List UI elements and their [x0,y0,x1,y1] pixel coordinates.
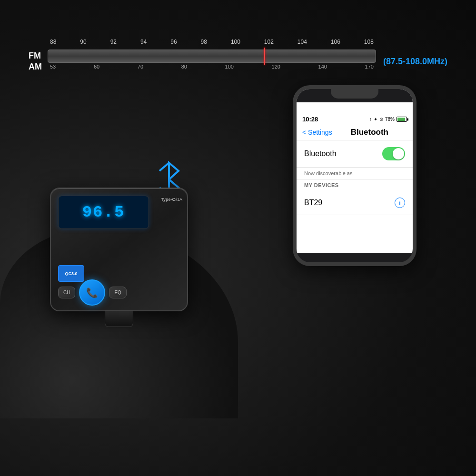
svg-line-2 [159,163,169,171]
device-display: 96.5 [58,196,149,229]
ch-button[interactable]: CH [58,287,75,298]
bluetooth-setting-row: Bluetooth [297,140,413,168]
left-side: 96.5 Type-C ♫/1A QC3.0 CH 📞 [0,80,238,418]
bluetooth-label: Bluetooth [304,149,337,158]
wifi-icon: ⊙ [379,117,383,122]
bluetooth-toggle[interactable] [382,147,405,160]
discoverable-text: Now discoverable as [297,168,413,179]
fm-ticks: 88 90 92 94 96 98 100 102 104 106 108 [48,39,376,45]
back-button[interactable]: < Settings [302,129,332,136]
radio-section: FM AM 88 90 92 94 96 98 100 102 104 106 … [29,47,447,76]
nav-bar: < Settings Bluetooth [297,125,413,140]
eq-button[interactable]: EQ [109,287,126,298]
display-frequency: 96.5 [82,203,125,221]
phone-icon: 📞 [86,287,98,298]
location-icon: ↑ [369,117,372,122]
radio-needle [264,48,265,65]
battery-fill [397,118,405,121]
fm-am-label: FM AM [29,50,42,73]
amp-label: ♫/1A [173,197,182,202]
smartphone: 10:28 ↑ ✦ ⊙ 78% [293,85,416,266]
nav-title: Bluetooth [332,128,407,137]
bt-device-row: BT29 i [297,191,413,215]
am-labels: 53 60 70 80 100 120 140 170 [48,64,376,69]
status-bar: 10:28 ↑ ✦ ⊙ 78% [297,102,413,125]
device-buttons: CH 📞 EQ [58,279,180,306]
battery-icon [397,117,407,122]
radio-bar-container: 88 90 92 94 96 98 100 102 104 106 108 53… [48,47,376,76]
battery-pct: 78% [385,117,395,122]
bluetooth-status-icon: ✦ [374,117,377,122]
qc-label: QC3.0 [65,271,77,276]
device-plug [105,310,133,327]
my-devices-header: MY DEVICES [297,179,413,191]
status-time: 10:28 [302,116,318,123]
radio-bar [48,50,376,63]
fm-transmitter-device: 96.5 Type-C ♫/1A QC3.0 CH 📞 [43,159,195,340]
bt-device-name: BT29 [304,198,322,207]
phone-top-notch [297,89,413,102]
main-container: Easy Pairing FM AM 88 90 92 94 96 98 100… [0,0,476,476]
camera-notch [331,89,378,99]
svg-marker-0 [169,163,178,179]
info-icon[interactable]: i [395,198,405,208]
phone-screen: 10:28 ↑ ✦ ⊙ 78% [297,89,413,253]
freq-range: (87.5-108.0MHz) [383,57,447,67]
device-body: 96.5 Type-C ♫/1A QC3.0 CH 📞 [50,188,188,311]
call-button[interactable]: 📞 [79,279,105,306]
status-icons: ↑ ✦ ⊙ 78% [369,117,407,122]
